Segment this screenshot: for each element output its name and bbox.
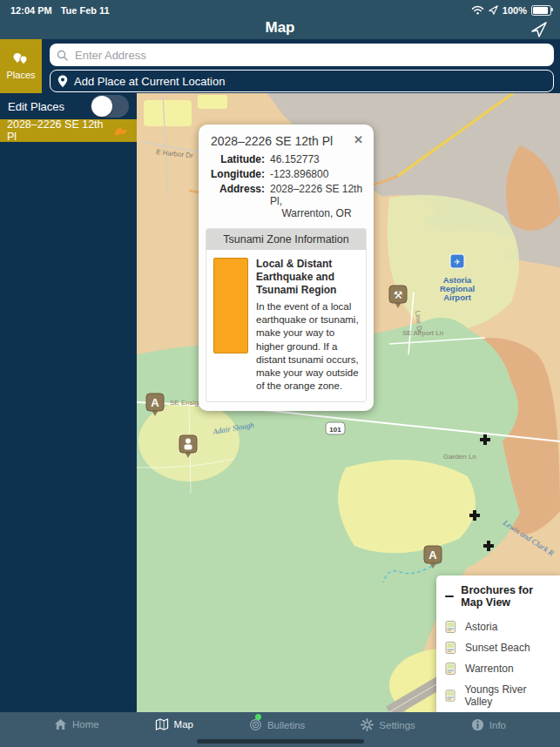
road-label-garden: Garden Ln (443, 453, 476, 461)
tab-label: Settings (379, 720, 415, 730)
tab-bar: Home Map Bulletins (0, 712, 560, 747)
tsunami-zone-header: Tsunami Zone Information (206, 229, 366, 250)
brochure-icon (445, 663, 456, 675)
orange-zone-swatch (213, 258, 248, 353)
battery-icon (531, 5, 551, 16)
place-popup: 2028–2226 SE 12th Pl ✕ Latitude: 46.1527… (199, 124, 374, 411)
places-tab-label: Places (6, 70, 35, 80)
place-item-label: 2028–2226 SE 12th Pl (7, 118, 114, 143)
controls-strip: Places Add Place at Current Location (0, 39, 560, 93)
assembly-a-glyph: A (428, 548, 437, 562)
tab-info[interactable]: Info (471, 718, 506, 731)
tab-bulletins[interactable]: Bulletins (249, 718, 305, 731)
brochure-item-warrenton[interactable]: Warrenton (436, 658, 560, 679)
app-screen: E Harbor Dr SE Ensign Ln SE Airport Ln L… (0, 0, 560, 747)
person-icon (186, 439, 191, 444)
location-services-icon (489, 5, 498, 15)
tab-label: Map (174, 719, 193, 730)
highway-shield-101: 101 (326, 422, 345, 434)
add-place-button[interactable]: Add Place at Current Location (50, 70, 554, 92)
gear-icon (361, 718, 374, 731)
battery-percent: 100% (503, 5, 527, 16)
latitude-value: 46.152773 (270, 153, 363, 165)
tab-home[interactable]: Home (54, 718, 99, 730)
svg-text:101: 101 (329, 426, 341, 434)
address-value: 2028–2226 SE 12th Pl, Warrenton, OR (270, 183, 363, 219)
crossed-tools-icon: ⚒ (394, 289, 403, 301)
tab-map[interactable]: Map (155, 718, 193, 730)
place-list-item[interactable]: 2028–2226 SE 12th Pl (0, 119, 137, 142)
search-input[interactable] (73, 48, 547, 63)
add-place-label: Add Place at Current Location (74, 75, 225, 88)
svg-text:Airport: Airport (443, 293, 472, 302)
locate-me-button[interactable] (530, 20, 549, 39)
brochure-item-label: Warrenton (465, 663, 514, 675)
home-icon (54, 718, 67, 730)
bulletins-badge-dot (255, 714, 261, 720)
info-icon (471, 718, 484, 731)
tab-settings[interactable]: Settings (361, 718, 415, 731)
top-bar: 12:04 PM Tue Feb 11 100% Map (0, 0, 560, 39)
close-icon[interactable]: ✕ (354, 134, 363, 145)
brochure-item-astoria[interactable]: Astoria (436, 616, 560, 637)
brochure-icon (445, 642, 456, 654)
brochure-icon (445, 690, 455, 702)
brochure-item-label: Sunset Beach (465, 642, 530, 654)
map-pin-icon (57, 75, 68, 88)
status-time: 12:04 PM (10, 5, 52, 16)
zone-description: In the event of a local earthquake or ts… (256, 300, 359, 393)
address-label: Address: (202, 183, 265, 219)
places-sidebar: Edit Places 2028–2226 SE 12th Pl (0, 93, 137, 712)
status-bar: 12:04 PM Tue Feb 11 100% (0, 0, 560, 18)
edit-places-toggle[interactable] (91, 95, 129, 118)
brochures-menu-header[interactable]: Brochures for Map View (436, 575, 560, 616)
tab-label: Home (72, 719, 99, 730)
tab-label: Info (489, 720, 506, 730)
places-tab[interactable]: Places (0, 39, 42, 93)
tab-label: Bulletins (267, 720, 305, 730)
popup-title: 2028–2226 SE 12th Pl (211, 134, 333, 148)
search-icon (57, 50, 68, 61)
assembly-a-glyph: A (151, 396, 159, 409)
longitude-value: -123.896800 (270, 168, 363, 180)
brochure-item-label: Youngs River Valley (464, 683, 553, 708)
collapse-dash-icon (445, 596, 454, 598)
brochures-menu: Brochures for Map View Astoria Sunset Be… (436, 575, 560, 734)
bulletins-icon (249, 718, 262, 731)
wifi-icon (471, 5, 484, 15)
brochure-item-label: Astoria (465, 621, 497, 633)
airplane-icon: ✈ (454, 258, 461, 266)
longitude-label: Longitude: (202, 168, 265, 180)
address-search[interactable] (50, 44, 554, 66)
zone-title: Local & Distant Earthquake and Tsunami R… (256, 258, 359, 297)
brochure-icon (445, 621, 456, 633)
page-title: Map (0, 19, 560, 37)
brochures-header-label: Brochures for Map View (461, 584, 553, 609)
places-pins-icon (13, 53, 29, 66)
home-indicator[interactable] (197, 739, 364, 744)
edit-places-label: Edit Places (8, 100, 64, 113)
status-date: Tue Feb 11 (61, 5, 110, 16)
brochure-item-youngs-river-valley[interactable]: Youngs River Valley (436, 679, 560, 712)
brochure-item-sunset-beach[interactable]: Sunset Beach (436, 637, 560, 658)
tsunami-zone-panel: Tsunami Zone Information Local & Distant… (206, 228, 367, 402)
map-icon (155, 718, 169, 730)
latitude-label: Latitude: (202, 153, 265, 165)
tsunami-wave-icon (114, 125, 128, 136)
